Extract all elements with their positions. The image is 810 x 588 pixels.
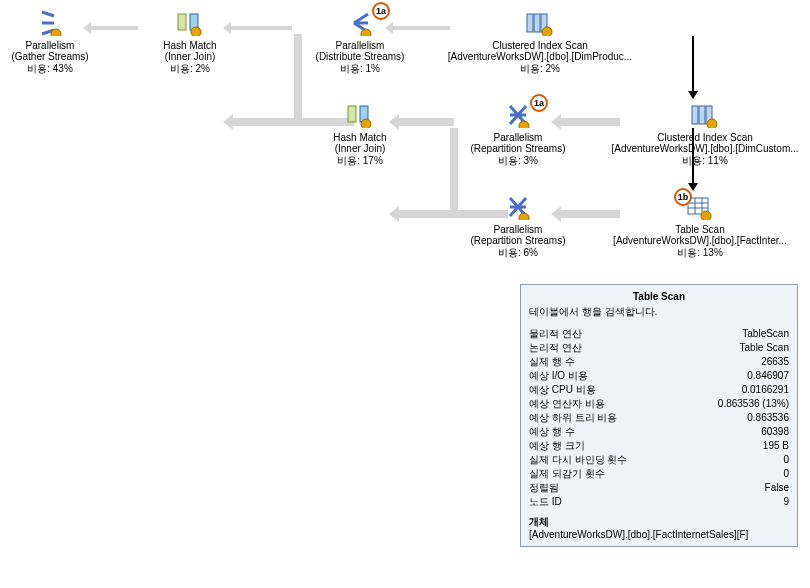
clustered-index-scan-icon <box>690 102 720 130</box>
op-title: Parallelism <box>448 132 588 143</box>
tooltip-row: 실제 행 수26635 <box>529 355 789 369</box>
svg-point-17 <box>519 213 529 220</box>
tooltip-row: 예상 연산자 비용0.863536 (13%) <box>529 397 789 411</box>
annotation-badge: 1a <box>530 94 548 112</box>
svg-point-3 <box>191 27 201 36</box>
op-cost: 비용: 1% <box>290 62 430 76</box>
tooltip-row-key: 정렬됨 <box>529 481 559 495</box>
op-title: Parallelism <box>448 224 588 235</box>
tooltip-description: 테이블에서 행을 검색합니다. <box>529 305 789 319</box>
op-cost: 비용: 11% <box>600 154 810 168</box>
op-title: Clustered Index Scan <box>440 40 640 51</box>
op-hash-match[interactable]: Hash Match (Inner Join) 비용: 17% <box>290 102 430 168</box>
tooltip-title: Table Scan <box>529 291 789 302</box>
tooltip-row-key: 노드 ID <box>529 495 562 509</box>
tooltip-row-key: 예상 CPU 비용 <box>529 383 596 397</box>
tooltip-row-key: 예상 연산자 비용 <box>529 397 605 411</box>
tooltip-row: 예상 I/O 비용0.846907 <box>529 369 789 383</box>
tooltip-row: 물리적 연산TableScan <box>529 327 789 341</box>
tooltip-rows: 물리적 연산TableScan논리적 연산Table Scan실제 행 수266… <box>529 327 789 509</box>
op-table-scan[interactable]: 1b Table Scan [AdventureWorksDW].[dbo].[… <box>600 194 800 260</box>
tooltip-row-value: False <box>765 481 789 495</box>
parallelism-icon <box>36 10 64 38</box>
svg-point-12 <box>519 121 529 128</box>
op-clustered-index-scan[interactable]: Clustered Index Scan [AdventureWorksDW].… <box>440 10 640 76</box>
op-title: Parallelism <box>0 40 120 51</box>
op-cost: 비용: 6% <box>448 246 588 260</box>
tooltip-row-key: 실제 되감기 횟수 <box>529 467 605 481</box>
tooltip-row-key: 실제 다시 바인딩 횟수 <box>529 453 627 467</box>
op-subtitle: (Distribute Streams) <box>290 51 430 62</box>
tooltip-row-key: 예상 하위 트리 비용 <box>529 411 617 425</box>
svg-rect-14 <box>699 106 705 124</box>
tooltip-row: 실제 되감기 횟수0 <box>529 467 789 481</box>
svg-rect-1 <box>178 14 186 30</box>
clustered-index-scan-icon <box>525 10 555 38</box>
tooltip-row-value: 0.846907 <box>747 369 789 383</box>
tooltip-row-key: 실제 행 수 <box>529 355 575 369</box>
tooltip-row-key: 예상 행 수 <box>529 425 575 439</box>
parallelism-icon <box>504 194 532 222</box>
tooltip-row-key: 예상 행 크기 <box>529 439 585 453</box>
annotation-badge: 1b <box>674 188 692 206</box>
tooltip-row-value: Table Scan <box>740 341 789 355</box>
op-clustered-index-scan[interactable]: Clustered Index Scan [AdventureWorksDW].… <box>600 102 810 168</box>
tooltip-panel: Table Scan 테이블에서 행을 검색합니다. 물리적 연산TableSc… <box>520 284 798 547</box>
op-subtitle: [AdventureWorksDW].[dbo].[DimCustom... <box>600 143 810 154</box>
annotation-badge: 1a <box>372 2 390 20</box>
op-cost: 비용: 2% <box>120 62 260 76</box>
op-parallelism-gather[interactable]: Parallelism (Gather Streams) 비용: 43% <box>0 10 120 76</box>
tooltip-row: 정렬됨False <box>529 481 789 495</box>
tooltip-row-value: 0 <box>783 453 789 467</box>
op-parallelism-distribute[interactable]: 1a Parallelism (Distribute Streams) 비용: … <box>290 10 430 76</box>
op-subtitle: (Repartition Streams) <box>448 143 588 154</box>
op-hash-match[interactable]: Hash Match (Inner Join) 비용: 2% <box>120 10 260 76</box>
tooltip-row: 예상 CPU 비용0.0166291 <box>529 383 789 397</box>
tooltip-row-key: 예상 I/O 비용 <box>529 369 588 383</box>
tooltip-row: 논리적 연산Table Scan <box>529 341 789 355</box>
op-title: Hash Match <box>290 132 430 143</box>
svg-rect-6 <box>534 14 540 32</box>
op-title: Parallelism <box>290 40 430 51</box>
op-title: Clustered Index Scan <box>600 132 810 143</box>
tooltip-row-value: 0.0166291 <box>742 383 789 397</box>
hash-match-icon <box>346 102 374 130</box>
svg-point-16 <box>707 119 717 128</box>
op-title: Hash Match <box>120 40 260 51</box>
op-parallelism-repartition[interactable]: 1a Parallelism (Repartition Streams) 비용:… <box>448 102 588 168</box>
op-subtitle: [AdventureWorksDW].[dbo].[DimProduc... <box>440 51 640 62</box>
svg-point-4 <box>361 29 371 36</box>
svg-point-11 <box>361 119 371 128</box>
op-subtitle: (Gather Streams) <box>0 51 120 62</box>
tooltip-object-value: [AdventureWorksDW].[dbo].[FactInternetSa… <box>529 529 789 540</box>
parallelism-icon <box>346 10 374 38</box>
tooltip-row-value: 9 <box>783 495 789 509</box>
vertical-connector <box>692 36 694 98</box>
tooltip-row: 예상 행 수60398 <box>529 425 789 439</box>
svg-point-8 <box>542 27 552 36</box>
svg-rect-9 <box>348 106 356 122</box>
op-cost: 비용: 43% <box>0 62 120 76</box>
svg-point-23 <box>701 211 711 220</box>
tooltip-row: 실제 다시 바인딩 횟수0 <box>529 453 789 467</box>
op-cost: 비용: 2% <box>440 62 640 76</box>
svg-point-0 <box>51 29 61 36</box>
tooltip-row-value: 0.863536 <box>747 411 789 425</box>
tooltip-row-value: 195 B <box>763 439 789 453</box>
tooltip-row-value: TableScan <box>742 327 789 341</box>
op-parallelism-repartition[interactable]: Parallelism (Repartition Streams) 비용: 6% <box>448 194 588 260</box>
op-subtitle: (Repartition Streams) <box>448 235 588 246</box>
tooltip-row: 예상 행 크기195 B <box>529 439 789 453</box>
op-cost: 비용: 17% <box>290 154 430 168</box>
svg-rect-13 <box>692 106 698 124</box>
op-title: Table Scan <box>600 224 800 235</box>
tooltip-row: 노드 ID9 <box>529 495 789 509</box>
op-subtitle: (Inner Join) <box>290 143 430 154</box>
parallelism-icon <box>504 102 532 130</box>
tooltip-row-value: 26635 <box>761 355 789 369</box>
tooltip-row-key: 논리적 연산 <box>529 341 582 355</box>
svg-rect-5 <box>527 14 533 32</box>
op-subtitle: (Inner Join) <box>120 51 260 62</box>
op-subtitle: [AdventureWorksDW].[dbo].[FactInter... <box>600 235 800 246</box>
tooltip-row: 예상 하위 트리 비용0.863536 <box>529 411 789 425</box>
